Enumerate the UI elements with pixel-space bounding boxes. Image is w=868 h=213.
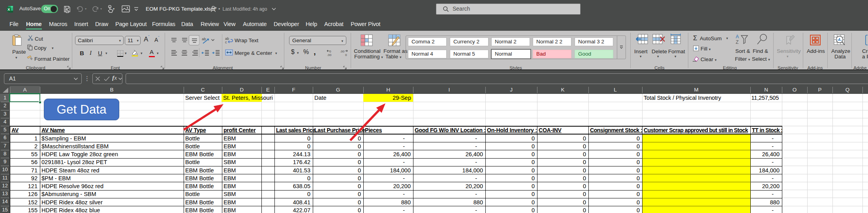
svg-text:c: c [225,40,227,44]
svg-text:A: A [736,34,739,39]
svg-text:ab: ab [202,37,206,41]
svg-text:Z: Z [736,39,738,45]
svg-text:.00: .00 [327,53,332,56]
svg-text:0: 0 [345,53,347,56]
svg-text:.00: .00 [340,50,345,53]
svg-text:X: X [8,7,10,11]
svg-text:0: 0 [329,50,331,53]
